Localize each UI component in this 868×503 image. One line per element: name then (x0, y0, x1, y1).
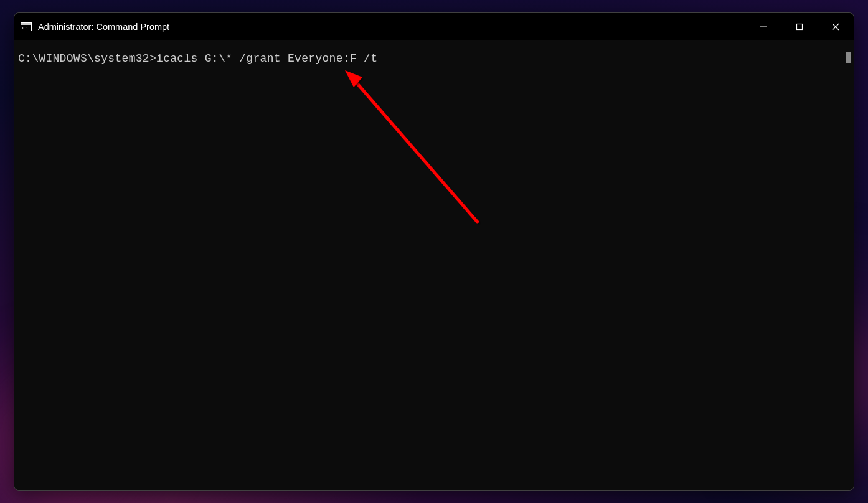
command-text: icacls G:\* /grant Everyone:F /t (156, 52, 377, 65)
window-title: Administrator: Command Prompt (38, 22, 745, 32)
svg-text:C:\: C:\ (22, 26, 28, 31)
close-button[interactable] (818, 13, 854, 40)
terminal-output-area[interactable]: C:\WINDOWS\system32>icacls G:\* /grant E… (14, 40, 854, 490)
command-prompt-window: C:\ Administrator: Command Prompt (14, 12, 854, 491)
maximize-icon (796, 23, 803, 31)
window-titlebar[interactable]: C:\ Administrator: Command Prompt (14, 13, 854, 40)
svg-rect-2 (21, 23, 31, 25)
close-icon (832, 23, 839, 31)
scrollbar-thumb[interactable] (846, 52, 851, 63)
minimize-icon (760, 23, 767, 31)
maximize-button[interactable] (781, 13, 818, 40)
svg-rect-5 (797, 24, 803, 30)
window-controls (745, 13, 854, 40)
prompt-text: C:\WINDOWS\system32> (18, 52, 156, 65)
minimize-button[interactable] (745, 13, 781, 40)
terminal-line: C:\WINDOWS\system32>icacls G:\* /grant E… (18, 52, 850, 65)
cmd-icon: C:\ (21, 22, 32, 32)
